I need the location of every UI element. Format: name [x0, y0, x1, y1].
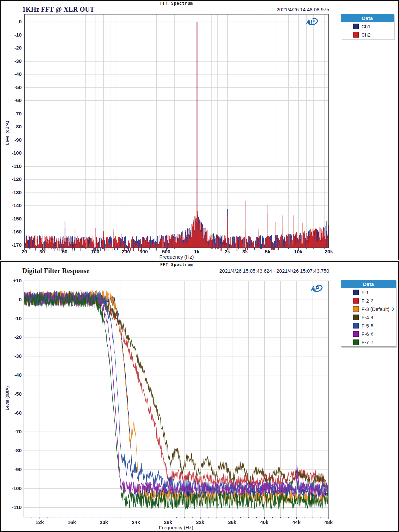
- y-tick: -60: [1, 410, 22, 416]
- y-tick: -40: [1, 372, 22, 378]
- window-title: FFT Spectrum: [24, 1, 329, 6]
- x-tick: 20k: [94, 519, 113, 525]
- y-tick: -100: [1, 485, 22, 491]
- legend-item[interactable]: Ch1: [341, 22, 394, 31]
- data-legend: DataF-1F-22F-3 (Default)3F-44F-55F-66F-7…: [341, 280, 396, 347]
- fft-plot-area: AP: [24, 14, 329, 251]
- x-tick: 50: [56, 249, 74, 254]
- legend-label: F-6: [361, 331, 369, 337]
- y-tick: -110: [1, 163, 22, 169]
- legend-swatch: [353, 331, 359, 337]
- data-legend: DataCh1Ch2: [341, 14, 394, 39]
- y-tick: -50: [1, 391, 22, 397]
- legend-cursor-number: 7: [371, 340, 373, 345]
- x-tick: 48k: [319, 519, 338, 525]
- legend-label: F-3 (Default): [361, 306, 389, 312]
- legend-label: F-7: [361, 339, 369, 345]
- y-tick: -100: [1, 150, 22, 156]
- legend-cursor-number: 6: [371, 332, 373, 336]
- x-tick: 24k: [127, 519, 145, 525]
- y-tick: -140: [1, 202, 22, 208]
- filter-plot-area: AP: [24, 281, 329, 520]
- y-tick: -30: [1, 58, 22, 64]
- legend-item[interactable]: Ch2: [341, 31, 394, 39]
- legend-cursor-number: 3: [391, 307, 394, 312]
- legend-item[interactable]: F-1: [341, 288, 396, 297]
- y-tick: -70: [1, 429, 22, 434]
- legend-swatch: [353, 298, 359, 304]
- x-tick: 10k: [289, 249, 308, 254]
- y-tick: -170: [1, 242, 22, 248]
- legend-swatch: [353, 290, 359, 295]
- legend-header: Data: [341, 14, 394, 22]
- x-tick: 1k: [188, 249, 206, 254]
- legend-label: F-4: [361, 315, 369, 320]
- x-tick: 20: [15, 249, 34, 254]
- legend-item[interactable]: F-77: [341, 338, 396, 346]
- legend-swatch: [353, 339, 359, 345]
- measurement-timestamp: 2021/4/26 14:48:08.975: [24, 7, 329, 12]
- y-tick: -150: [1, 216, 22, 221]
- legend-label: Ch1: [361, 24, 371, 29]
- y-tick: -90: [1, 466, 22, 472]
- legend-cursor-number: 4: [371, 315, 373, 320]
- y-tick: +10: [1, 278, 22, 283]
- filter-response-panel: FFT Spectrum Digital Filter Response 202…: [0, 261, 399, 532]
- x-tick: 300: [134, 249, 153, 254]
- x-tick: 28k: [159, 519, 177, 525]
- legend-label: F-2: [361, 298, 369, 304]
- svg-text:AP: AP: [306, 19, 315, 25]
- x-tick: 32k: [191, 519, 209, 525]
- measurement-timestamp: 2021/4/26 15:05:43.624 - 2021/4/26 15:07…: [24, 268, 329, 274]
- fft-spectrum-canvas: [24, 14, 329, 251]
- legend-item[interactable]: F-55: [341, 322, 396, 330]
- x-tick: 44k: [287, 519, 306, 525]
- ap-logo-icon: AP: [304, 17, 319, 27]
- legend-swatch: [353, 323, 359, 329]
- y-tick: -80: [1, 124, 22, 129]
- x-axis-title: Frequency (Hz): [24, 254, 329, 260]
- y-tick: 0: [1, 19, 22, 24]
- filter-response-canvas: [24, 281, 329, 520]
- y-tick: 0: [1, 297, 22, 302]
- y-tick: -160: [1, 229, 22, 234]
- y-tick: -80: [1, 448, 22, 453]
- x-tick: 2k: [218, 249, 237, 254]
- x-tick: 5k: [258, 249, 277, 254]
- window-title: FFT Spectrum: [24, 262, 329, 267]
- legend-item[interactable]: F-22: [341, 297, 396, 305]
- legend-item[interactable]: F-3 (Default)3: [341, 305, 396, 313]
- x-axis-title: Frequency (Hz): [24, 525, 329, 530]
- legend-swatch: [353, 315, 359, 320]
- y-tick: -110: [1, 504, 22, 510]
- legend-cursor-number: 2: [371, 298, 373, 303]
- x-tick: 12k: [30, 519, 49, 525]
- y-tick: -70: [1, 111, 22, 116]
- y-tick: -10: [1, 32, 22, 38]
- y-tick: -120: [1, 176, 22, 182]
- y-tick: -20: [1, 45, 22, 51]
- y-tick: -10: [1, 316, 22, 321]
- legend-label: F-5: [361, 323, 369, 329]
- y-axis-title: Level (dBrA): [5, 110, 10, 156]
- x-tick: 36k: [223, 519, 241, 525]
- legend-swatch: [353, 306, 359, 312]
- legend-cursor-number: 5: [371, 323, 373, 328]
- x-tick: 200: [116, 249, 135, 254]
- legend-label: Ch2: [361, 32, 371, 38]
- legend-header: Data: [341, 280, 396, 288]
- y-tick: -20: [1, 334, 22, 340]
- ap-analyzer-report: { "panels": [ { "header": "FFT Spectrum"…: [0, 0, 399, 532]
- x-tick: 3k: [236, 249, 254, 254]
- x-tick: 100: [86, 249, 104, 254]
- svg-text:AP: AP: [311, 285, 320, 292]
- legend-item[interactable]: F-66: [341, 330, 396, 338]
- legend-swatch: [353, 32, 359, 38]
- y-tick: -90: [1, 137, 22, 143]
- y-tick: -40: [1, 71, 22, 77]
- x-tick: 500: [157, 249, 176, 254]
- legend-label: F-1: [361, 290, 369, 295]
- x-tick: 16k: [63, 519, 81, 525]
- y-tick: -30: [1, 353, 22, 359]
- legend-item[interactable]: F-44: [341, 313, 396, 322]
